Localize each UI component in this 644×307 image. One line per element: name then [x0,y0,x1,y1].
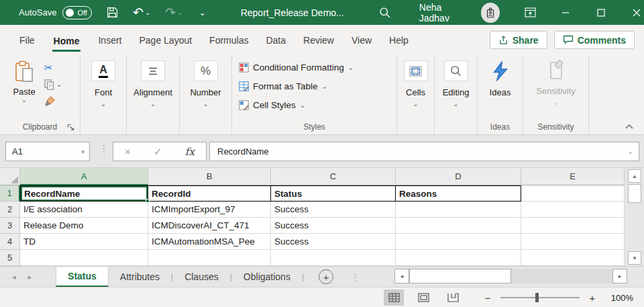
zoom-in-button[interactable]: + [588,292,597,304]
formula-input[interactable]: RecordName ⌄ [209,142,639,161]
zoom-slider-thumb[interactable] [535,293,539,302]
new-sheet-button[interactable]: + [319,269,333,284]
sensitivity-button-disabled[interactable]: Sensitivity ⌄ [523,59,588,106]
tab-file[interactable]: File [11,25,44,55]
cell-b5[interactable] [148,250,271,266]
format-as-table-button[interactable]: Format as Table ⌄ [239,79,354,93]
cell-e5[interactable] [521,250,625,266]
cell-e1[interactable] [521,185,625,202]
cell-a2[interactable]: I/E association [20,202,148,218]
undo-dropdown-icon[interactable]: ⌄ [145,9,150,16]
tab-page-layout[interactable]: Page Layout [130,25,201,55]
cut-button[interactable]: ✂ [44,62,53,73]
tab-insert[interactable]: Insert [89,25,130,55]
row-header-3[interactable]: 3 [0,218,20,234]
cells-button[interactable]: Cells ⌄ [397,60,434,107]
alignment-button[interactable]: Alignment ⌄ [127,60,179,107]
next-sheet-button[interactable]: ▸ [28,273,32,281]
number-button[interactable]: % Number ⌄ [180,60,231,107]
paste-button[interactable]: Paste ⌄ [8,60,40,103]
collapse-ribbon-button[interactable] [625,124,633,129]
undo-button[interactable]: ↶ ⌄ [133,6,150,19]
page-layout-view-button[interactable] [413,290,433,306]
cell-d5[interactable] [396,250,521,266]
cell-a5[interactable] [20,250,148,266]
user-name[interactable]: Neha Jadhav [419,2,472,24]
ribbon-display-options-button[interactable] [523,5,538,21]
column-header-a[interactable]: A [20,168,148,185]
scroll-left-button[interactable]: ◂ [394,269,409,283]
page-break-preview-button[interactable] [443,290,463,306]
expand-formula-bar-icon[interactable]: ⌄ [628,148,633,155]
autosave-toggle[interactable]: Off [62,6,92,19]
cell-d4[interactable] [396,234,521,250]
cell-d2[interactable] [396,202,521,218]
customize-quick-access-button[interactable]: ⌄ [198,8,206,17]
copy-button[interactable]: ⌄ [44,79,62,90]
share-button[interactable]: Share [490,31,547,49]
cell-c5[interactable] [271,250,396,266]
zoom-out-button[interactable]: − [483,292,492,304]
search-button[interactable] [379,7,391,19]
scroll-right-button[interactable]: ▸ [612,269,627,283]
ideas-button[interactable]: Ideas [478,60,523,97]
cell-a4[interactable]: TD [20,234,148,250]
name-box[interactable]: A1 ▾ [5,142,90,161]
sheet-tab-status[interactable]: Status [56,267,109,287]
cell-c3[interactable]: Success [271,218,396,234]
sheet-tab-obligations[interactable]: Obligations [232,267,302,287]
editing-button[interactable]: Editing ⌄ [435,60,477,107]
cell-c2[interactable]: Success [271,202,396,218]
sheet-tab-clauses[interactable]: Clauses [173,267,230,287]
column-header-b[interactable]: B [148,168,271,185]
fill-handle[interactable] [146,199,150,203]
cell-e4[interactable] [521,234,625,250]
conditional-formatting-button[interactable]: Conditional Formatting ⌄ [239,60,354,75]
tab-data[interactable]: Data [257,25,294,55]
row-header-5[interactable]: 5 [0,250,20,266]
cell-c1[interactable]: Status [271,185,396,202]
maximize-button[interactable] [594,5,609,21]
insert-function-button[interactable]: fx [185,146,195,158]
zoom-level[interactable]: 100% [605,293,633,303]
name-box-dropdown-icon[interactable]: ▾ [81,148,85,155]
vertical-scrollbar[interactable]: ▴ ▾ [628,169,641,266]
format-painter-button[interactable] [44,95,56,107]
tab-help[interactable]: Help [380,25,417,55]
cell-a1[interactable]: RecordName [20,185,148,202]
minimize-button[interactable] [558,5,574,21]
redo-button[interactable]: ↷ ⌄ [165,6,182,19]
cell-e3[interactable] [521,218,625,234]
zoom-slider[interactable] [500,297,580,298]
close-button[interactable] [629,5,644,21]
tab-formulas[interactable]: Formulas [201,25,257,55]
row-header-2[interactable]: 2 [0,202,20,218]
font-button[interactable]: A Font ⌄ [80,60,126,107]
vertical-scrollbar-thumb[interactable] [628,184,641,203]
formula-bar-splitter[interactable]: ⋮ [99,144,109,153]
save-button[interactable] [107,7,118,18]
row-header-4[interactable]: 4 [0,234,20,250]
column-header-c[interactable]: C [271,168,396,185]
scroll-up-button[interactable]: ▴ [628,169,641,183]
cancel-entry-button[interactable]: × [125,146,131,157]
cell-b2[interactable]: ICMImportExport_97 [148,202,271,218]
previous-sheet-button[interactable]: ◂ [12,273,16,281]
sheet-tab-attributes[interactable]: Attributes [109,267,171,287]
normal-view-button[interactable] [384,290,404,306]
comments-button[interactable]: Comments [554,31,635,49]
enter-entry-button[interactable]: ✓ [154,146,162,158]
cell-styles-button[interactable]: Cell Styles ⌄ [239,98,354,112]
cell-d1[interactable]: Reasons [396,185,521,202]
avatar[interactable] [481,3,500,23]
clipboard-dialog-launcher[interactable] [67,124,74,131]
horizontal-scrollbar-thumb[interactable] [409,269,511,283]
column-header-e[interactable]: E [521,168,625,185]
tab-home[interactable]: Home [44,25,90,55]
tab-view[interactable]: View [343,25,380,55]
scroll-down-button[interactable]: ▾ [628,251,641,265]
sheet-list-splitter[interactable]: ⋮ [351,272,360,282]
tab-review[interactable]: Review [294,25,343,55]
select-all-button[interactable] [0,168,20,185]
cell-a3[interactable]: Release Demo [20,218,148,234]
